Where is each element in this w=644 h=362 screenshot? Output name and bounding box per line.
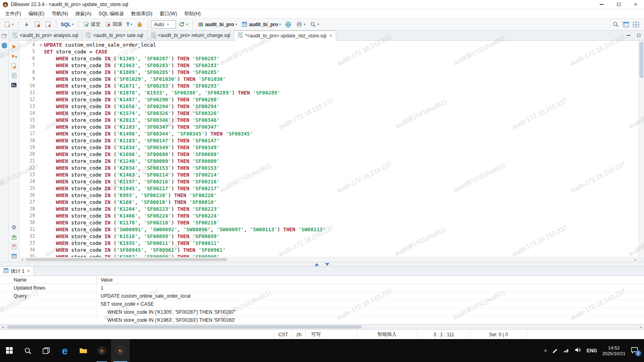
scroll-right-icon[interactable]: ▸ xyxy=(638,325,644,329)
globe-button[interactable] xyxy=(283,20,293,29)
code-line[interactable]: 13 WHEN store_code IN ('K1656', 'SF00294… xyxy=(19,103,638,110)
code-line[interactable]: 12 WHEN store_code IN ('K1487', 'SF00290… xyxy=(19,96,638,103)
code-line[interactable]: 25 WHEN store_code IN ('K1945', 'SF00217… xyxy=(19,185,638,192)
tab-close-icon[interactable]: × xyxy=(329,33,332,39)
code-line[interactable]: 9 WHEN store_code IN ('SF01029', 'SF0103… xyxy=(19,76,638,82)
code-line[interactable]: 8 WHEN store_code IN ('K1809', 'SF00285'… xyxy=(19,69,638,76)
edge-browser-button[interactable]: e xyxy=(56,339,74,362)
execute-script-icon[interactable] xyxy=(10,62,17,69)
editor-tab[interactable]: <audit_bi_pro> analysis.sql xyxy=(9,31,82,40)
restore-view-icon[interactable] xyxy=(1,32,8,39)
search-button[interactable]: ▾ xyxy=(308,20,321,29)
script-log-icon[interactable] xyxy=(10,243,17,250)
new-sql-editor-button[interactable]: ▾ xyxy=(2,20,15,29)
scroll-right-icon[interactable]: ▸ xyxy=(633,257,638,262)
quick-search-icon[interactable] xyxy=(612,21,619,28)
minimize-button[interactable] xyxy=(593,0,610,9)
code-line[interactable]: 4⊖UPDATE custom_online_sale_order_local xyxy=(19,41,638,48)
notification-center-button[interactable]: 8 xyxy=(631,347,638,355)
menu-item[interactable]: 窗口(W) xyxy=(156,9,181,18)
fold-marker[interactable]: ⊖ xyxy=(38,41,44,48)
code-line[interactable]: 18 WHEN store_code IN ('K1183', 'SF00147… xyxy=(19,137,638,144)
app-button-dbeaver-1[interactable] xyxy=(93,339,111,362)
sql-presentation-selector[interactable]: SQL ▾ xyxy=(59,21,75,28)
settings-gear-icon[interactable]: ⚙ xyxy=(10,224,17,230)
splitter-collapse-down-icon[interactable] xyxy=(325,263,329,266)
code-line[interactable]: 7 WHEN store_code IN ('K1963', 'SF00283'… xyxy=(19,62,638,69)
code-line[interactable]: 31 WHEN store_code IN ('SW00091', 'SW000… xyxy=(19,226,638,233)
perspective-icon[interactable] xyxy=(622,21,629,28)
horizontal-scrollbar[interactable]: ◂ ▸ xyxy=(19,257,638,262)
hidden-icons-chevron-icon[interactable]: ∧ xyxy=(544,348,547,353)
transaction-log-button[interactable]: T ▾ xyxy=(125,21,134,28)
result-row[interactable]: Updated Rows1 xyxy=(0,284,644,292)
taskbar-clock[interactable]: 14:52 2025/10/21 xyxy=(602,345,625,356)
menu-item[interactable]: 文件(F) xyxy=(2,9,25,18)
code-line[interactable]: 26 WHEN store_code IN ('K993', 'SF00220'… xyxy=(19,192,638,199)
network-icon[interactable] xyxy=(564,348,570,354)
refresh-button[interactable]: ▾ xyxy=(177,20,190,29)
export-result-icon[interactable] xyxy=(10,233,17,240)
code-line[interactable]: 20 WHEN store_code IN ('K1696', 'SF00680… xyxy=(19,151,638,158)
open-console-icon[interactable] xyxy=(10,82,17,88)
commit-button[interactable]: 提交 xyxy=(81,20,102,29)
editor-tab[interactable]: <audit_bi_pro> return_change.sql xyxy=(147,31,234,40)
close-button[interactable]: ✕ xyxy=(627,0,644,9)
database-navigator-icon[interactable] xyxy=(1,42,8,49)
code-line[interactable]: 16 WHEN store_code IN ('K1103', 'SF00347… xyxy=(19,123,638,130)
result-row[interactable]: SET store_code = CASE xyxy=(0,300,644,308)
code-line[interactable]: 23 WHEN store_code IN ('K1463', 'SF00214… xyxy=(19,171,638,178)
code-area[interactable]: 4⊖UPDATE custom_online_sale_order_local5… xyxy=(19,41,638,257)
lock-toggle-button[interactable] xyxy=(135,20,145,29)
menu-item[interactable]: 数据库(D) xyxy=(128,9,156,18)
task-view-button[interactable] xyxy=(37,339,56,362)
minimize-panel-icon[interactable] xyxy=(623,31,634,40)
sql-editor[interactable]: 4⊖UPDATE custom_online_sale_order_local5… xyxy=(19,41,644,262)
result-row[interactable]: WHEN store_code IN ('K1305', 'SF00287') … xyxy=(0,308,644,316)
code-line[interactable]: 21 WHEN store_code IN ('K1240', 'SF00009… xyxy=(19,158,638,165)
vertical-scrollbar-thumb[interactable] xyxy=(640,42,643,78)
column-header-name[interactable]: Name xyxy=(0,276,97,284)
menu-item[interactable]: SQL 编辑器 xyxy=(95,9,128,18)
splitter-collapse-up-icon[interactable] xyxy=(315,263,319,266)
code-line[interactable]: 34 WHEN store_code IN ('SF00945', 'SF009… xyxy=(19,247,638,253)
language-indicator[interactable]: ENG xyxy=(586,348,597,354)
statistics-tab[interactable]: 统计 1 × xyxy=(0,267,34,276)
output-grid-icon[interactable] xyxy=(10,253,17,259)
code-line[interactable]: 14 WHEN store_code IN ('K1574', 'SF00326… xyxy=(19,110,638,117)
code-line[interactable]: 30 WHEN store_code IN ('K1178', 'SF00218… xyxy=(19,219,638,226)
scroll-left-icon[interactable]: ◂ xyxy=(19,257,25,262)
code-line[interactable]: 19 WHEN store_code IN ('K1834', 'SF00349… xyxy=(19,144,638,151)
code-line[interactable]: 32 WHEN store_code IN ('K1510', 'SF00099… xyxy=(19,233,638,240)
code-line[interactable]: 6 WHEN store_code IN ('K1305', 'SF00287'… xyxy=(19,55,638,62)
layout-icon[interactable] xyxy=(632,21,639,28)
code-line[interactable]: 24 WHEN store_code IN ('K1197', 'SF00216… xyxy=(19,178,638,185)
autocommit-combo[interactable]: Auto ▾ xyxy=(151,21,176,29)
start-button[interactable] xyxy=(0,339,19,362)
execute-new-tab-icon[interactable] xyxy=(10,53,17,60)
rollback-button[interactable]: 回滚 xyxy=(103,20,124,29)
menu-item[interactable]: 编辑(E) xyxy=(25,9,48,18)
result-row[interactable]: WHEN store_code IN ('K1963', 'SF00283') … xyxy=(0,316,644,324)
vertical-scrollbar[interactable] xyxy=(638,41,644,257)
print-button[interactable]: ▾ xyxy=(294,20,307,29)
code-line[interactable]: 11 WHEN store_code IN ('K1878', 'K1933',… xyxy=(19,89,638,96)
file-explorer-button[interactable] xyxy=(74,339,93,362)
code-line[interactable]: 17 WHEN store_code IN ('K1496', 'SF00344… xyxy=(19,130,638,137)
code-line[interactable]: 29 WHEN store_code IN ('K1466', 'SF00224… xyxy=(19,212,638,219)
save-as-button[interactable] xyxy=(43,20,53,29)
taskbar-search-button[interactable] xyxy=(19,339,37,362)
maximize-panel-icon[interactable] xyxy=(634,31,644,40)
menu-item[interactable]: 搜索(A) xyxy=(72,9,95,18)
column-header-value[interactable]: Value xyxy=(97,276,644,284)
menu-item[interactable]: 帮助(H) xyxy=(181,9,204,18)
pen-icon[interactable] xyxy=(552,347,558,354)
menu-item[interactable]: 导航(N) xyxy=(48,9,72,18)
code-line[interactable]: 33 WHEN store_code IN ('K1935', 'SF00011… xyxy=(19,240,638,247)
code-line[interactable]: 5SET store_code = CASE xyxy=(19,48,638,55)
scroll-left-icon[interactable]: ◂ xyxy=(0,325,6,329)
editor-tab[interactable]: <audit_bi_pro> sale.sql xyxy=(82,31,147,40)
connection-selector[interactable]: audit_bi_pro ▾ xyxy=(196,20,239,29)
code-line[interactable]: 27 WHEN store_code IN ('K160', 'SF00010'… xyxy=(19,199,638,206)
volume-icon[interactable] xyxy=(575,347,581,354)
